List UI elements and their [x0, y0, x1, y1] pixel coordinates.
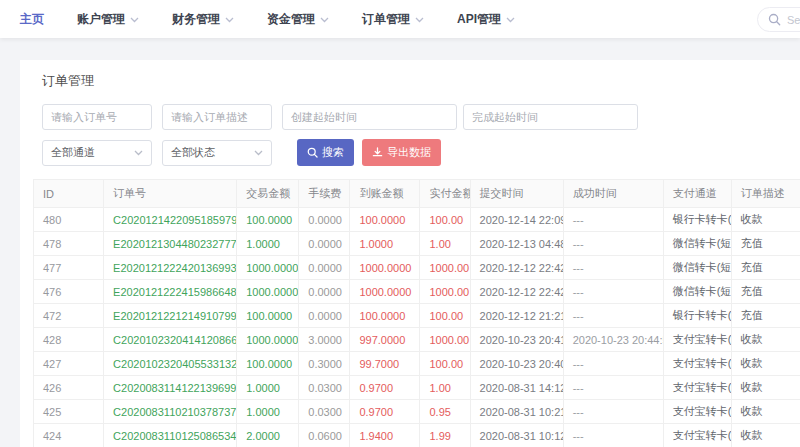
cell-channel: 支付宝转卡(...: [663, 400, 731, 424]
cell-order_no[interactable]: E20201212224159866488: [104, 280, 237, 304]
cell-desc: 收款: [731, 424, 800, 447]
cell-paid: 0.95: [420, 400, 470, 424]
download-icon: [372, 147, 383, 158]
finish-time-input[interactable]: [463, 104, 638, 130]
cell-submit_time: 2020-10-23 20:41:41: [470, 328, 563, 352]
top-nav: 主页账户管理财务管理资金管理订单管理API管理 Search: [0, 0, 800, 38]
nav-item-1[interactable]: 账户管理: [77, 11, 139, 28]
nav-item-label: 资金管理: [267, 11, 315, 28]
cell-fee: 0.0000: [299, 256, 350, 280]
cell-desc: 充值: [731, 280, 800, 304]
cell-fee: 0.0600: [299, 424, 350, 447]
cell-id: 426: [34, 376, 104, 400]
cell-id: 424: [34, 424, 104, 447]
cell-fee: 0.0000: [299, 280, 350, 304]
cell-amount: 100.0000: [237, 208, 299, 232]
cell-order_no[interactable]: C20201214220951859799: [104, 208, 237, 232]
cell-credited: 0.9700: [350, 400, 420, 424]
cell-id: 480: [34, 208, 104, 232]
channel-select-value: 全部通道: [51, 145, 95, 160]
cell-fee: 0.0000: [299, 304, 350, 328]
cell-id: 428: [34, 328, 104, 352]
page-title: 订单管理: [42, 72, 800, 90]
cell-id: 427: [34, 352, 104, 376]
cell-channel: 银行卡转卡(...: [663, 304, 731, 328]
orders-table: ID订单号交易金额手续费到账金额实付金额提交时间成功时间支付通道订单描述 480…: [33, 179, 800, 447]
table-row: 426C202008311412213969911.00000.03000.97…: [34, 376, 800, 400]
cell-submit_time: 2020-10-23 20:40:55: [470, 352, 563, 376]
cell-credited: 1000.0000: [350, 256, 420, 280]
status-select[interactable]: 全部状态: [162, 140, 272, 166]
cell-channel: 银行卡转卡(...: [663, 208, 731, 232]
export-button[interactable]: 导出数据: [362, 139, 441, 166]
cell-success_time: ---: [563, 376, 663, 400]
chevron-down-icon: [254, 150, 263, 156]
cell-paid: 1.00: [420, 376, 470, 400]
cell-channel: 微信转卡(短...: [663, 232, 731, 256]
search-button-label: 搜索: [322, 145, 344, 160]
nav-item-label: 账户管理: [77, 11, 125, 28]
cell-success_time: ---: [563, 424, 663, 447]
cell-success_time: ---: [563, 304, 663, 328]
cell-success_time: ---: [563, 208, 663, 232]
cell-credited: 1.0000: [350, 232, 420, 256]
cell-order_no[interactable]: C20200831101250865348: [104, 424, 237, 447]
cell-desc: 充值: [731, 232, 800, 256]
cell-order_no[interactable]: E20201212212149107992: [104, 304, 237, 328]
cell-id: 472: [34, 304, 104, 328]
cell-amount: 1000.0000: [237, 328, 299, 352]
nav-item-4[interactable]: 订单管理: [362, 11, 424, 28]
global-search[interactable]: Search: [757, 7, 800, 32]
nav-item-5[interactable]: API管理: [457, 11, 515, 28]
cell-order_no[interactable]: C20200831141221396991: [104, 376, 237, 400]
filter-row-inputs: [42, 104, 800, 130]
cell-amount: 1.0000: [237, 376, 299, 400]
cell-fee: 0.0000: [299, 232, 350, 256]
col-header-id: ID: [34, 180, 104, 208]
cell-desc: 充值: [731, 256, 800, 280]
col-header-desc: 订单描述: [731, 180, 800, 208]
cell-order_no[interactable]: C20200831102103787371: [104, 400, 237, 424]
table-row: 428C202010232041412086691000.00003.00009…: [34, 328, 800, 352]
cell-success_time: ---: [563, 352, 663, 376]
col-header-submit_time: 提交时间: [470, 180, 563, 208]
order-desc-input[interactable]: [162, 104, 272, 130]
cell-order_no[interactable]: E20201213044802327774: [104, 232, 237, 256]
channel-select[interactable]: 全部通道: [42, 140, 152, 166]
cell-success_time: ---: [563, 232, 663, 256]
cell-paid: 1000.00: [420, 256, 470, 280]
table-row: 472E20201212212149107992100.00000.000010…: [34, 304, 800, 328]
nav-item-2[interactable]: 财务管理: [172, 11, 234, 28]
cell-fee: 0.0300: [299, 400, 350, 424]
cell-submit_time: 2020-12-14 22:09:51: [470, 208, 563, 232]
cell-channel: 支付宝转卡(...: [663, 352, 731, 376]
cell-amount: 100.0000: [237, 352, 299, 376]
cell-credited: 100.0000: [350, 304, 420, 328]
cell-fee: 0.3000: [299, 352, 350, 376]
create-time-input[interactable]: [282, 104, 457, 130]
order-no-input[interactable]: [42, 104, 152, 130]
cell-submit_time: 2020-08-31 10:21:04: [470, 400, 563, 424]
cell-channel: 支付宝转卡(...: [663, 328, 731, 352]
cell-order_no[interactable]: C20201023204141208669: [104, 328, 237, 352]
search-placeholder: Search: [787, 14, 800, 26]
search-button[interactable]: 搜索: [297, 139, 354, 166]
cell-id: 477: [34, 256, 104, 280]
cell-id: 478: [34, 232, 104, 256]
cell-order_no[interactable]: C20201023204055331324: [104, 352, 237, 376]
cell-fee: 0.0300: [299, 376, 350, 400]
cell-paid: 100.00: [420, 208, 470, 232]
nav-item-3[interactable]: 资金管理: [267, 11, 329, 28]
cell-fee: 0.0000: [299, 208, 350, 232]
nav-menu: 主页账户管理财务管理资金管理订单管理API管理: [20, 11, 548, 28]
cell-order_no[interactable]: E20201212224201369934: [104, 256, 237, 280]
cell-amount: 1000.0000: [237, 256, 299, 280]
cell-paid: 1.99: [420, 424, 470, 447]
cell-credited: 0.9700: [350, 376, 420, 400]
cell-fee: 3.0000: [299, 328, 350, 352]
cell-desc: 收款: [731, 352, 800, 376]
cell-desc: 充值: [731, 304, 800, 328]
nav-item-0[interactable]: 主页: [20, 11, 44, 28]
cell-amount: 1000.0000: [237, 280, 299, 304]
chevron-down-icon: [415, 17, 424, 23]
